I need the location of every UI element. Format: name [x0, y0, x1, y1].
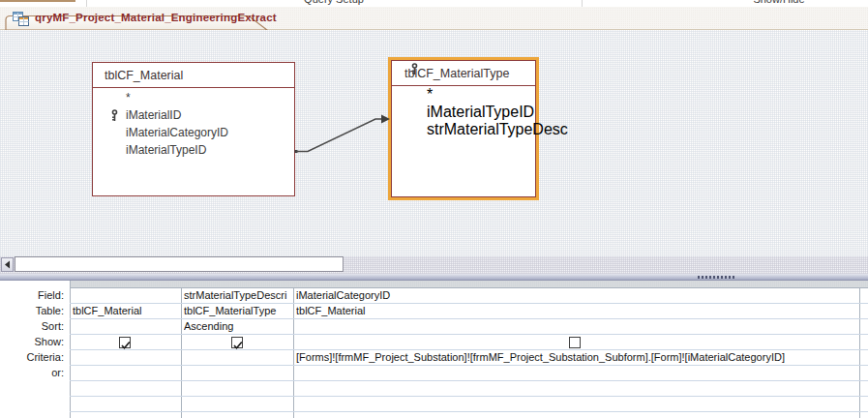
scroll-left-button[interactable] [1, 257, 14, 272]
criteria-cell[interactable]: [Forms]![frmMF_Project_Substation]![frmM… [296, 350, 857, 365]
sort-cell[interactable] [296, 319, 855, 334]
show-checkbox[interactable] [569, 337, 581, 348]
ribbon-group-label-show-hide: Show/Hide [711, 0, 847, 6]
ribbon-group-label-query-setup: Query Setup [266, 0, 402, 6]
access-query-design-window: Query Setup Show/Hide qryMF_Project_Mate… [0, 0, 868, 418]
sort-cell[interactable] [73, 319, 177, 334]
or-cell[interactable] [184, 366, 292, 380]
tab-title: qryMF_Project_Material_EngineeringExtrac… [35, 12, 277, 23]
grid-row-line [70, 334, 868, 335]
table-cell[interactable]: tblCF_MaterialType [184, 304, 292, 318]
grid-row-line [70, 411, 868, 412]
show-checkbox[interactable] [119, 337, 131, 348]
field-cell[interactable]: strMaterialTypeDescri [184, 288, 292, 303]
criteria-cell[interactable] [73, 350, 177, 365]
query-icon [13, 11, 29, 27]
query-design-surface[interactable]: tblCF_Material * iMaterialID iMaterialCa… [0, 30, 868, 256]
field-cell[interactable]: iMaterialCategoryID [296, 288, 855, 303]
grid-row-label-sort: Sort: [0, 319, 64, 334]
grid-row-label-or: or: [0, 366, 64, 380]
splitter-grip-dots [698, 276, 734, 279]
grid-border[interactable] [293, 287, 294, 418]
table-cell[interactable]: tblCF_Material [73, 304, 177, 318]
grid-row-label-field: Field: [0, 288, 64, 303]
grid-row-line [70, 380, 868, 381]
grid-row-label-show: Show: [0, 335, 64, 349]
grid-top-strip [70, 281, 868, 287]
or-cell[interactable] [296, 366, 855, 380]
join-line[interactable] [0, 30, 868, 256]
sort-cell[interactable]: Ascending [184, 319, 292, 334]
or-cell[interactable] [73, 366, 177, 380]
pane-splitter[interactable] [0, 274, 868, 281]
grid-border[interactable] [181, 287, 182, 418]
grid-row-label-criteria: Criteria: [0, 350, 64, 365]
ribbon-bottom-strip: Query Setup Show/Hide [0, 0, 868, 7]
design-horizontal-scrollbar[interactable] [0, 256, 868, 274]
ribbon-group-separator [582, 0, 583, 7]
show-checkbox[interactable] [231, 337, 243, 348]
ribbon-edge-line [0, 0, 75, 2]
table-cell[interactable]: tblCF_Material [296, 304, 855, 318]
grid-row-label-table: Table: [0, 304, 64, 318]
grid-row-line [70, 396, 868, 397]
scroll-left-arrow-icon [4, 260, 11, 269]
criteria-cell[interactable] [184, 350, 292, 365]
scroll-thumb[interactable] [15, 256, 344, 272]
ribbon-group-separator [86, 0, 87, 7]
grid-border[interactable] [859, 287, 860, 418]
query-grid-pane: Field: Table: Sort: Show: Criteria: or: … [0, 281, 868, 418]
join-arrow-head [381, 115, 390, 124]
